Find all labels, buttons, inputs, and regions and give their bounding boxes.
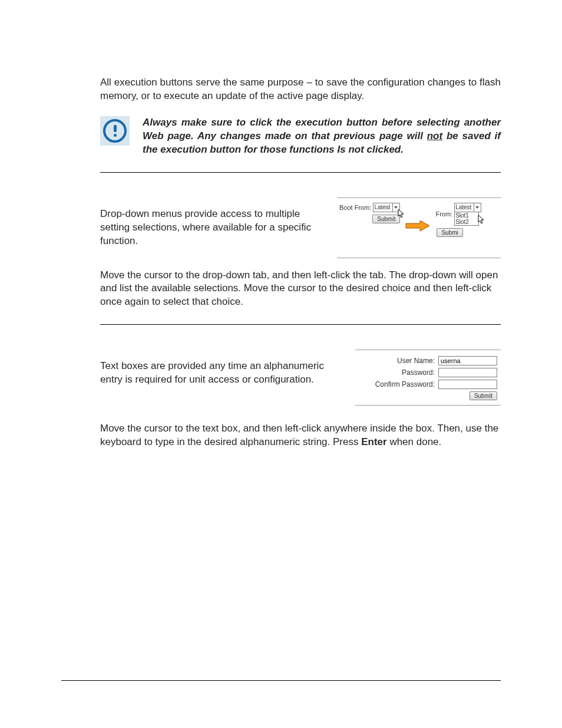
boot-from-select-expanded[interactable]: Latest xyxy=(454,203,481,212)
username-label: User Name: xyxy=(397,357,435,365)
textbox-intro: Text boxes are provided any time an alph… xyxy=(100,360,341,396)
textbox-detail-post: when done. xyxy=(387,436,442,447)
boot-from-select-collapsed[interactable]: Latest xyxy=(373,203,400,212)
page-footer-rule xyxy=(61,680,501,681)
submit-button[interactable]: Submit xyxy=(372,215,400,223)
submit-button[interactable]: Submit xyxy=(470,391,497,400)
section-divider xyxy=(100,324,501,325)
password-field[interactable] xyxy=(438,368,497,377)
select-value-latest-2: Latest xyxy=(455,204,471,210)
section-divider xyxy=(100,172,501,173)
textbox-figure: User Name: Password: Confirm Password: S… xyxy=(355,350,501,406)
confirm-password-field[interactable] xyxy=(438,380,497,389)
alert-icon xyxy=(100,116,130,146)
exec-buttons-paragraph: All execution buttons serve the same pur… xyxy=(100,76,501,103)
important-note-text: Always make sure to click the execution … xyxy=(143,116,501,157)
note-not: not xyxy=(427,130,442,141)
password-label: Password: xyxy=(402,368,435,377)
dropdown-options[interactable]: Slot1 Slot2 xyxy=(454,212,479,226)
confirm-password-label: Confirm Password: xyxy=(375,380,435,388)
chevron-down-icon xyxy=(474,203,480,212)
chevron-down-icon xyxy=(392,203,399,212)
important-note: Always make sure to click the execution … xyxy=(100,116,501,157)
dropdown-intro: Drop-down menus provide access to multip… xyxy=(100,207,323,248)
submit-button-short[interactable]: Submi xyxy=(437,228,462,237)
dropdown-figure: Boot From: Latest Submit xyxy=(337,197,501,258)
arrow-right-icon xyxy=(405,219,431,233)
from-label: From: xyxy=(435,210,452,218)
enter-key: Enter xyxy=(361,436,386,447)
dropdown-detail: Move the cursor to the drop-down tab, an… xyxy=(100,269,501,309)
option-slot1[interactable]: Slot1 xyxy=(455,212,478,219)
select-value-latest: Latest xyxy=(374,204,390,210)
option-slot2[interactable]: Slot2 xyxy=(455,219,478,225)
boot-from-label: Boot From: xyxy=(339,204,371,211)
textbox-detail: Move the cursor to the text box, and the… xyxy=(100,422,501,449)
username-field[interactable] xyxy=(438,356,497,365)
